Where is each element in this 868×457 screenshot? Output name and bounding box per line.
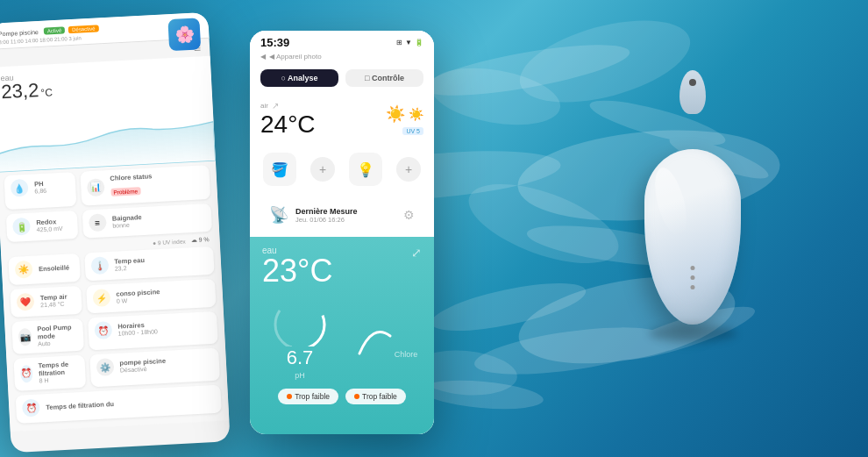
stat-card-conso: ⚡ conso piscine 0 W xyxy=(86,279,217,314)
temp-eau-label: Temp eau xyxy=(114,256,145,266)
water-temp: 23°C xyxy=(262,255,332,287)
ph-gauge-label: pH xyxy=(262,371,338,380)
sun-label: Ensoleillé xyxy=(39,263,69,273)
ph-value: 6,86 xyxy=(34,188,46,195)
baignade-value: bonne xyxy=(112,221,142,229)
chlore-status-pill[interactable]: Trop faible xyxy=(345,389,406,404)
pump-value: Auto xyxy=(38,339,77,346)
chlore-gauge: Chlore xyxy=(346,294,422,380)
air-icons-row: ☀️ ☀️ UV 5 xyxy=(342,101,423,139)
tab-controle[interactable]: □ Contrôle xyxy=(345,69,423,87)
sensor-device xyxy=(631,70,754,316)
temp-air-value: 21,48 °C xyxy=(40,301,68,309)
conso-icon: ⚡ xyxy=(92,289,110,307)
mid-status-bar: 15:39 ⊞ ▼ 🔋 xyxy=(250,31,434,53)
mid-time: 15:39 xyxy=(260,36,289,49)
stat-card-temp-air: ❤️ Temp air 21,48 °C xyxy=(10,286,82,318)
actions-row: 🪣 + 💡 + xyxy=(250,146,434,193)
schedule-label: Pompe piscine xyxy=(0,28,39,36)
stat-card-pompe: ⚙️ pompe piscine Désactivé xyxy=(89,348,220,388)
battery-icon: 🔋 xyxy=(415,39,423,46)
light-button[interactable]: 💡 xyxy=(349,153,382,186)
device-label[interactable]: ◀ ◀ Appareil photo xyxy=(250,53,434,64)
air-temp: 24°C xyxy=(260,111,342,139)
cloud-percent: ☁ 9 % xyxy=(190,236,209,244)
horaires-icon: ⏰ xyxy=(94,321,112,339)
ph-status-pill[interactable]: Trop faible xyxy=(278,389,338,404)
phone-left: Pompe piscine Activé Désactivé 8:00 11:0… xyxy=(0,12,231,453)
chlore-badge: Problème xyxy=(110,187,140,196)
air-label: air xyxy=(260,102,268,110)
sensor-tip xyxy=(679,70,706,114)
filtration-icon: ⏰ xyxy=(20,364,33,382)
redox-value: 425,0 mV xyxy=(37,225,63,233)
filtration-value: 8 H xyxy=(39,375,79,383)
chart-unit: °C xyxy=(40,87,53,98)
chlore-pill-label: Trop faible xyxy=(362,392,397,401)
stat-row-7: ⏰ Temps de filtration du xyxy=(16,385,222,424)
bucket-icon: 🪣 xyxy=(271,161,288,178)
expand-water-icon[interactable]: ⤢ xyxy=(411,246,422,260)
water-chart-svg xyxy=(0,104,216,173)
redox-icon: 🔋 xyxy=(12,218,31,236)
stat-card-temp-eau: 🌡️ Temp eau 23,2 xyxy=(84,246,215,282)
baignade-icon: ≡ xyxy=(89,213,107,232)
status-pills: Trop faible Trop faible xyxy=(262,389,422,404)
wifi-icon: 📡 xyxy=(269,205,288,225)
chlore-gauge-label: Chlore xyxy=(395,350,418,359)
water-section: eau 23°C ⤢ 6.7 pH xyxy=(250,237,434,434)
ph-pill-label: Trop faible xyxy=(295,392,330,401)
expand-icon: ↗ xyxy=(272,101,279,111)
status-icons: ⊞ ▼ 🔋 xyxy=(396,39,423,46)
sensor-dot xyxy=(689,79,696,86)
device-name: ◀ Appareil photo xyxy=(269,53,321,61)
pompe-value: Désactivé xyxy=(120,365,167,374)
stat-card-pump: 📷 Pool Pump mode Auto xyxy=(11,318,83,354)
temp-eau-value: 23,2 xyxy=(115,264,146,272)
sun-display-icon: ☀️ xyxy=(386,104,405,124)
svg-point-0 xyxy=(419,34,632,105)
stat-card-filtration: ⏰ Temps de filtration 8 H xyxy=(13,355,85,391)
water-header: eau 23°C ⤢ xyxy=(262,246,422,287)
svg-point-4 xyxy=(428,274,589,341)
settings-icon[interactable]: ⚙ xyxy=(403,208,415,222)
svg-point-7 xyxy=(420,376,544,413)
chart-area: eau 23,2 °C xyxy=(0,56,216,173)
sensor-body xyxy=(644,149,741,325)
uv-label: UV 5 xyxy=(402,127,423,135)
stat-row-6: ⏰ Temps de filtration 8 H ⚙️ pompe pisci… xyxy=(13,348,220,391)
stat-card-baignade: ≡ Baignade bonne xyxy=(82,204,212,239)
last-measure-card: 📡 Dernière Mesure Jeu. 01/06 16:26 ⚙ xyxy=(260,198,423,232)
chlore-icon: 📊 xyxy=(86,178,104,196)
measure-title: Dernière Mesure xyxy=(295,207,396,216)
add-button-1[interactable]: + xyxy=(310,157,335,182)
ph-pill-dot xyxy=(287,394,292,399)
phone-left-screen: Pompe piscine Activé Désactivé 8:00 11:0… xyxy=(0,12,231,453)
add-button-2[interactable]: + xyxy=(396,157,421,182)
measure-info: Dernière Mesure Jeu. 01/06 16:26 xyxy=(295,207,396,224)
stat-row-1: 💧 PH 6,86 📊 Chlore status Problème xyxy=(4,165,210,210)
bucket-button[interactable]: 🪣 xyxy=(263,153,296,186)
temp-air-icon: ❤️ xyxy=(17,293,35,311)
chlore-pill-dot xyxy=(354,394,359,399)
svg-point-10 xyxy=(275,300,324,346)
stat-card-horaires: ⏰ Horaires 10h00 - 18h00 xyxy=(88,311,218,351)
controle-icon: □ xyxy=(365,74,372,82)
pump-label: Pool Pump mode xyxy=(37,323,77,340)
tab-analyse[interactable]: ○ Analyse xyxy=(260,69,338,87)
gauges-row: 6.7 pH Chlore xyxy=(262,294,422,380)
air-section: air ↗ 24°C ☀️ ☀️ UV 5 xyxy=(250,94,434,146)
analyse-icon: ○ xyxy=(281,74,288,82)
wifi-status-icon: ▼ xyxy=(405,39,412,46)
conso-value: 0 W xyxy=(117,296,160,304)
badge-inactive: Désactivé xyxy=(68,25,99,33)
sensor-shadow xyxy=(649,325,736,342)
stat-card-redox: 🔋 Redox 425,0 mV xyxy=(6,211,78,242)
ph-gauge-value: 6.7 xyxy=(262,346,338,369)
badge-active: Activé xyxy=(44,26,66,34)
signal-icon: ⊞ xyxy=(396,39,402,46)
mid-tabs: ○ Analyse □ Contrôle xyxy=(250,64,434,92)
temp-eau-icon: 🌡️ xyxy=(90,256,109,275)
pump-icon: 📷 xyxy=(18,327,32,346)
light-icon: 💡 xyxy=(357,161,374,178)
